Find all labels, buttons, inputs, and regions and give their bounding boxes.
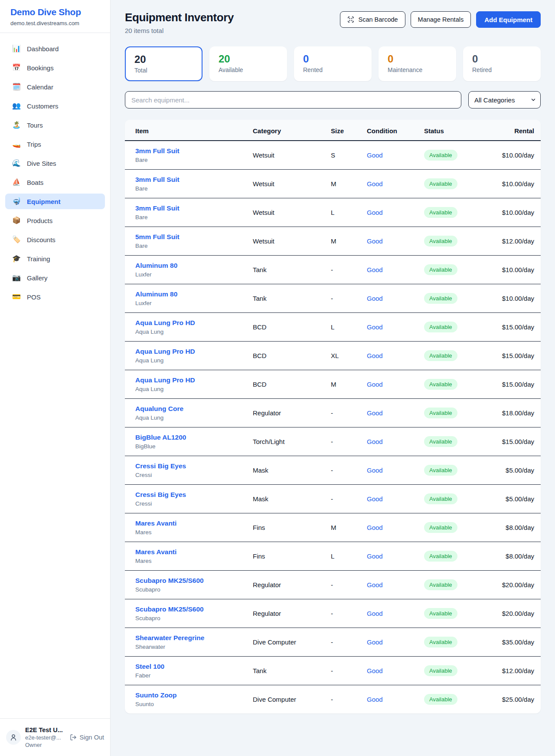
item-brand: Bare [135,214,253,220]
stat-card-total[interactable]: 20 Total [125,46,202,81]
sidebar-item-gallery[interactable]: 📷 Gallery [5,270,105,286]
sidebar-item-discounts[interactable]: 🏷️ Discounts [5,232,105,247]
condition-link[interactable]: Good [367,352,383,359]
item-name-link[interactable]: Aluminum 80 [135,290,177,298]
sidebar-item-dashboard[interactable]: 📊 Dashboard [5,41,105,56]
column-header-item: Item [125,120,253,141]
category-filter-select[interactable]: All Categories [468,91,541,108]
category-cell: Mask [253,456,331,485]
item-name-link[interactable]: Mares Avanti [135,519,176,527]
stat-label: Available [219,66,278,73]
item-name-link[interactable]: 3mm Full Suit [135,204,180,212]
sign-out-label: Sign Out [80,734,104,741]
condition-link[interactable]: Good [367,638,383,646]
item-name-link[interactable]: BigBlue AL1200 [135,434,186,441]
condition-link[interactable]: Good [367,323,383,331]
stat-label: Maintenance [388,66,447,73]
condition-link[interactable]: Good [367,495,383,503]
item-name-link[interactable]: Aqua Lung Pro HD [135,376,195,384]
condition-link[interactable]: Good [367,151,383,159]
category-cell: Torch/Light [253,427,331,456]
condition-link[interactable]: Good [367,237,383,245]
barcode-scan-icon [347,16,354,23]
condition-cell: Good [367,141,424,170]
rental-rate-cell: $15.00/day [489,370,541,399]
search-input[interactable] [125,91,461,108]
condition-link[interactable]: Good [367,409,383,417]
size-cell: M [331,513,367,542]
table-row: Aqua Lung Pro HD Aqua Lung BCD L Good Av… [125,313,541,342]
item-name-link[interactable]: Cressi Big Eyes [135,491,186,499]
sidebar-item-dive-sites[interactable]: 🌊 Dive Sites [5,155,105,171]
sidebar-item-calendar[interactable]: 🗓️ Calendar [5,79,105,95]
condition-link[interactable]: Good [367,610,383,617]
stat-card-available[interactable]: 20 Available [209,46,287,81]
item-brand: Bare [135,243,253,249]
item-brand: Scubapro [135,586,253,593]
category-cell: Wetsuit [253,141,331,170]
size-cell: - [331,456,367,485]
condition-link[interactable]: Good [367,581,383,588]
manage-rentals-button[interactable]: Manage Rentals [411,11,471,28]
sidebar-item-tours[interactable]: 🏝️ Tours [5,117,105,133]
sidebar-item-training[interactable]: 🎓 Training [5,251,105,266]
sidebar-item-pos[interactable]: 💳 POS [5,289,105,305]
condition-link[interactable]: Good [367,524,383,531]
item-name-link[interactable]: Suunto Zoop [135,691,177,699]
item-cell: 5mm Full Suit Bare [125,227,253,256]
item-name-link[interactable]: Aqua Lung Pro HD [135,319,195,327]
condition-link[interactable]: Good [367,266,383,273]
status-badge: Available [424,236,457,247]
gallery-icon: 📷 [12,274,21,281]
sidebar-item-customers[interactable]: 👥 Customers [5,98,105,114]
item-cell: Scubapro MK25/S600 Scubapro [125,599,253,628]
condition-link[interactable]: Good [367,467,383,474]
stat-card-rented[interactable]: 0 Rented [294,46,372,81]
condition-link[interactable]: Good [367,667,383,674]
condition-link[interactable]: Good [367,552,383,560]
condition-link[interactable]: Good [367,209,383,216]
item-name-link[interactable]: 5mm Full Suit [135,233,180,241]
calendar-icon: 🗓️ [12,83,21,90]
condition-link[interactable]: Good [367,295,383,302]
scan-barcode-button[interactable]: Scan Barcode [340,11,405,28]
category-filter-wrap: All Categories [468,91,541,108]
item-name-link[interactable]: Mares Avanti [135,548,176,556]
item-name-link[interactable]: 3mm Full Suit [135,147,180,155]
item-brand: Mares [135,558,253,564]
sidebar-item-bookings[interactable]: 📅 Bookings [5,60,105,76]
status-badge: Available [424,178,457,189]
sign-out-button[interactable]: Sign Out [70,734,104,741]
sidebar-item-boats[interactable]: ⛵ Boats [5,174,105,190]
status-cell: Available [424,170,489,198]
column-header-condition: Condition [367,120,424,141]
item-brand: Luxfer [135,271,253,278]
item-name-link[interactable]: Steel 100 [135,663,164,671]
item-cell: Cressi Big Eyes Cressi [125,485,253,513]
page-title-block: Equipment Inventory 20 items total [125,11,234,34]
condition-link[interactable]: Good [367,381,383,388]
item-name-link[interactable]: Scubapro MK25/S600 [135,605,204,613]
item-name-link[interactable]: Aqua Lung Pro HD [135,348,195,355]
add-equipment-button[interactable]: Add Equipment [476,11,541,28]
sidebar-item-equipment[interactable]: 🤿 Equipment [5,194,105,209]
condition-link[interactable]: Good [367,696,383,703]
main-content: Equipment Inventory 20 items total Scan … [111,0,555,756]
condition-link[interactable]: Good [367,438,383,445]
sidebar-item-products[interactable]: 📦 Products [5,213,105,228]
shop-domain: demo.test.divestreams.com [10,20,100,26]
item-name-link[interactable]: Aqualung Core [135,405,183,413]
item-name-link[interactable]: Shearwater Peregrine [135,634,204,642]
condition-link[interactable]: Good [367,180,383,187]
category-cell: Regulator [253,599,331,628]
stat-card-retired[interactable]: 0 Retired [463,46,541,81]
item-name-link[interactable]: Scubapro MK25/S600 [135,577,204,585]
item-name-link[interactable]: Aluminum 80 [135,262,177,270]
stat-card-maintenance[interactable]: 0 Maintenance [379,46,456,81]
item-name-link[interactable]: Cressi Big Eyes [135,462,186,470]
training-icon: 🎓 [12,255,21,262]
item-name-link[interactable]: 3mm Full Suit [135,176,180,184]
sidebar-item-trips[interactable]: 🚤 Trips [5,136,105,152]
stat-value: 20 [219,53,278,65]
condition-cell: Good [367,370,424,399]
